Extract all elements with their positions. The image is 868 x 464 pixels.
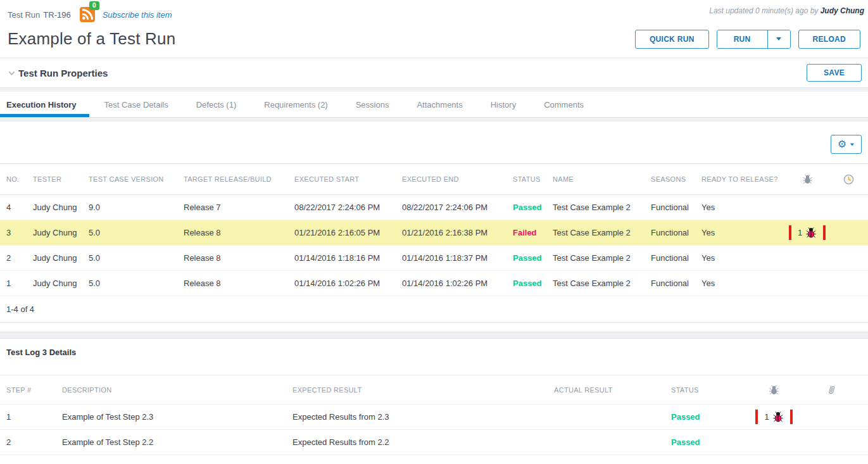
bug-icon bbox=[802, 173, 813, 185]
cell-name: Test Case Example 2 bbox=[553, 279, 651, 288]
entity-id: TR-196 bbox=[43, 10, 70, 20]
execution-table-row[interactable]: 1 Judy Chung 5.0 Release 8 01/14/2016 1:… bbox=[0, 271, 868, 296]
cell-executed-end: 08/22/2017 2:24:06 PM bbox=[402, 203, 513, 212]
step-row[interactable]: 2 Example of Test Step 2.2 Expected Resu… bbox=[0, 430, 868, 455]
cell-expected-result: Expected Results from 2.2 bbox=[292, 437, 554, 447]
quick-run-button[interactable]: QUICK RUN bbox=[635, 30, 709, 49]
column-header-test-case-version[interactable]: TEST CASE VERSION bbox=[89, 175, 184, 183]
cell-name: Test Case Example 2 bbox=[553, 203, 651, 212]
cell-test-case-version: 5.0 bbox=[89, 279, 184, 288]
tab-attachments[interactable]: Attachments bbox=[417, 92, 462, 117]
step-row[interactable]: 1 Example of Test Step 2.3 Expected Resu… bbox=[0, 404, 868, 430]
column-header-step-status[interactable]: STATUS bbox=[671, 386, 747, 394]
tab-requirements[interactable]: Requirements (2) bbox=[264, 92, 327, 117]
cell-test-case-version: 9.0 bbox=[89, 203, 184, 212]
execution-table-row[interactable]: 3 Judy Chung 5.0 Release 8 01/21/2016 2:… bbox=[0, 220, 868, 246]
cell-tester: Judy Chung bbox=[33, 279, 89, 288]
tab-comments[interactable]: Comments bbox=[544, 92, 584, 117]
chevron-down-icon bbox=[850, 143, 854, 146]
cell-step-status: Passed bbox=[671, 412, 747, 422]
column-header-tester[interactable]: TESTER bbox=[33, 175, 89, 183]
execution-table-row[interactable]: 2 Judy Chung 5.0 Release 8 01/14/2016 1:… bbox=[0, 246, 868, 271]
steps-table-body: 1 Example of Test Step 2.3 Expected Resu… bbox=[0, 404, 868, 455]
bug-icon bbox=[772, 411, 784, 423]
defect-count: 1 bbox=[798, 228, 802, 237]
table-settings-button[interactable]: ⚙ bbox=[831, 135, 862, 154]
column-header-step-defects[interactable] bbox=[747, 384, 801, 396]
cell-executed-end: 01/14/2016 1:18:37 PM bbox=[402, 253, 513, 263]
cell-no: 1 bbox=[6, 279, 33, 288]
column-header-description[interactable]: DESCRIPTION bbox=[62, 386, 292, 394]
gear-icon: ⚙ bbox=[838, 139, 846, 149]
cell-test-case-version: 5.0 bbox=[89, 228, 184, 237]
last-updated-text: Last updated 0 minute(s) ago by Judy Chu… bbox=[709, 6, 864, 15]
run-dropdown-toggle[interactable] bbox=[767, 30, 790, 48]
subscription-count-badge: 0 bbox=[89, 1, 99, 10]
cell-target-release: Release 8 bbox=[184, 279, 294, 288]
table-toolbar: ⚙ bbox=[0, 122, 868, 163]
cell-tester: Judy Chung bbox=[33, 228, 89, 237]
cell-expected-result: Expected Results from 2.3 bbox=[292, 412, 554, 422]
column-header-executed-start[interactable]: EXECUTED START bbox=[294, 175, 402, 183]
page-title: Example of a Test Run bbox=[8, 29, 175, 49]
pagination-status: 1-4 of 4 bbox=[0, 296, 868, 323]
column-header-status[interactable]: STATUS bbox=[513, 175, 553, 183]
bug-icon bbox=[805, 227, 817, 239]
section-divider-band bbox=[0, 332, 868, 339]
cell-executed-start: 01/21/2016 2:16:05 PM bbox=[294, 228, 402, 237]
defect-link[interactable]: 1 bbox=[789, 225, 826, 240]
cell-description: Example of Test Step 2.2 bbox=[62, 437, 292, 447]
defect-link[interactable]: 1 bbox=[755, 410, 792, 424]
subscribe-link[interactable]: Subscribe this item bbox=[103, 10, 172, 20]
column-header-expected-result[interactable]: EXPECTED RESULT bbox=[292, 386, 554, 394]
tab-sessions[interactable]: Sessions bbox=[356, 92, 389, 117]
cell-executed-end: 01/14/2016 1:02:26 PM bbox=[402, 279, 513, 288]
column-header-seasons[interactable]: SEASONS bbox=[651, 175, 701, 183]
page-header: Test Run TR-196 0 Subscribe this item La… bbox=[0, 0, 868, 49]
last-updated-user: Judy Chung bbox=[821, 6, 864, 15]
cell-seasons: Functional bbox=[651, 253, 701, 263]
cell-step-status: Passed bbox=[671, 437, 747, 447]
cell-tester: Judy Chung bbox=[33, 253, 89, 263]
execution-table-body: 4 Judy Chung 9.0 Release 7 08/22/2017 2:… bbox=[0, 195, 868, 296]
column-header-step-number[interactable]: STEP # bbox=[6, 386, 62, 394]
execution-table-row[interactable]: 4 Judy Chung 9.0 Release 7 08/22/2017 2:… bbox=[0, 195, 868, 220]
run-button[interactable]: RUN bbox=[717, 30, 767, 48]
clock-icon bbox=[843, 174, 854, 185]
column-header-ready-to-release[interactable]: READY TO RELEASE? bbox=[701, 175, 784, 183]
tab-history[interactable]: History bbox=[491, 92, 516, 117]
column-header-target-release[interactable]: TARGET RELEASE/BUILD bbox=[184, 175, 294, 183]
rss-subscribe-icon[interactable]: 0 bbox=[80, 7, 95, 22]
tab-test-case-details[interactable]: Test Case Details bbox=[104, 92, 168, 117]
cell-test-case-version: 5.0 bbox=[89, 253, 184, 263]
tab-defects[interactable]: Defects (1) bbox=[196, 92, 237, 117]
cell-executed-start: 01/14/2016 1:02:26 PM bbox=[294, 279, 402, 288]
section-separator bbox=[0, 87, 868, 92]
cell-target-release: Release 8 bbox=[184, 228, 294, 237]
test-log-details-title: Test Log 3 Details bbox=[0, 339, 868, 357]
cell-step-number: 1 bbox=[6, 412, 62, 422]
run-split-button: RUN bbox=[717, 30, 791, 49]
test-run-properties-toggle[interactable]: Test Run Properties bbox=[8, 68, 108, 78]
cell-seasons: Functional bbox=[651, 279, 701, 288]
cell-no: 2 bbox=[6, 253, 33, 263]
cell-target-release: Release 7 bbox=[184, 203, 294, 212]
cell-status: Passed bbox=[513, 253, 553, 263]
reload-button[interactable]: RELOAD bbox=[798, 30, 860, 49]
tab-execution-history[interactable]: Execution History bbox=[6, 92, 77, 117]
steps-table-header: STEP # DESCRIPTION EXPECTED RESULT ACTUA… bbox=[0, 375, 868, 404]
cell-description: Example of Test Step 2.3 bbox=[62, 412, 292, 422]
column-header-defects[interactable] bbox=[784, 173, 831, 185]
save-button[interactable]: SAVE bbox=[807, 64, 862, 82]
column-header-actual-result[interactable]: ACTUAL RESULT bbox=[554, 386, 671, 394]
execution-table-header: NO. TESTER TEST CASE VERSION TARGET RELE… bbox=[0, 163, 868, 195]
column-header-executed-end[interactable]: EXECUTED END bbox=[402, 175, 513, 183]
column-header-no[interactable]: NO. bbox=[6, 175, 33, 183]
column-header-attachments[interactable] bbox=[801, 384, 862, 396]
column-header-name[interactable]: NAME bbox=[553, 175, 651, 183]
column-header-execution-time[interactable] bbox=[831, 174, 866, 185]
entity-type-label: Test Run bbox=[8, 10, 40, 20]
cell-seasons: Functional bbox=[651, 203, 701, 212]
cell-ready-to-release: Yes bbox=[701, 279, 784, 288]
title-action-buttons: QUICK RUN RUN RELOAD bbox=[635, 30, 860, 49]
